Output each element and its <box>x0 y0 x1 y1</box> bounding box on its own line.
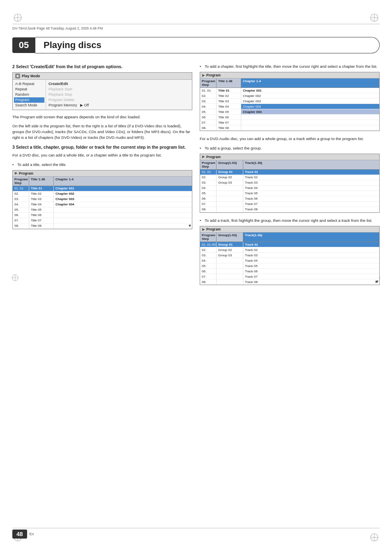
prog-cell: 07. <box>200 120 217 125</box>
prog-cell: Title 08 <box>29 223 54 228</box>
prog-cell: Title 08 <box>217 125 241 130</box>
table-row: 06. Track 06 <box>200 196 379 202</box>
prog-cell: Title 02 <box>29 191 54 196</box>
prog-cell: Group 03 <box>217 253 243 258</box>
prog-cell: Chapter 001 <box>54 186 192 191</box>
prog-cell <box>241 125 379 130</box>
prog-cell <box>217 279 243 284</box>
chapter-header: 05 Playing discs <box>12 37 380 53</box>
col-header-title1: Title 1-38 <box>29 177 54 186</box>
prog-cell: 01. 01 <box>200 88 217 93</box>
prog-cell <box>217 258 243 263</box>
prog-cell: Chapter 002 <box>241 93 379 98</box>
prog-cell: 05. <box>13 207 29 212</box>
prog-cell: Chapter 003 <box>241 99 379 104</box>
play-mode-box: ▶ Play Mode A-B Repeat Repeat Random Pro… <box>12 72 192 110</box>
table-row: 04. Title 04 Chapter 004 <box>13 202 192 207</box>
prog-cell: 05. <box>200 109 217 114</box>
prog-cell: 08. <box>200 207 217 212</box>
main-content: 2 Select 'Create/Edit' from the list of … <box>12 64 380 288</box>
prog-table2-label: Program <box>206 73 221 77</box>
prog-table3-label: Program <box>206 155 221 159</box>
right-column: To add a chapter, first highlight the ti… <box>200 64 380 288</box>
col-header-step4: Program Step <box>200 233 217 242</box>
pm-row-random: Random <box>15 92 43 97</box>
prog-cell: 05. <box>200 263 217 268</box>
prog-table4-label: Program <box>206 227 221 231</box>
prog-table4-icon: ▶ <box>202 228 205 231</box>
table-row: 07. Title 07 <box>200 120 379 125</box>
prog-cell <box>54 223 192 228</box>
col-header-track3: Track(1-36) <box>243 160 379 169</box>
prog-cell: 04. <box>200 186 217 191</box>
corner-mark-tr <box>370 13 379 22</box>
col-header-track4: Track(1-36) <box>243 233 379 242</box>
table-row: 03. Group 03 Track 03 <box>200 253 379 258</box>
table-row: 06. Track 06 <box>200 269 379 274</box>
prog-cell <box>54 218 192 223</box>
prog-cell: 06. <box>200 269 217 274</box>
table-row: 08. Title 08 <box>13 223 192 229</box>
bullet-group: To add a group, select the group. <box>200 145 380 151</box>
prog-cell: Track 07 <box>243 202 379 207</box>
prog-cell: 03. <box>13 197 29 202</box>
prog-cell: Title 04 <box>217 104 241 109</box>
prog-cell <box>217 191 243 196</box>
prog-cell: 08. <box>13 223 29 228</box>
prog-cell: Title 07 <box>217 120 241 125</box>
prog-cell: Track 06 <box>243 269 379 274</box>
prog-cell <box>217 263 243 268</box>
prog-cell: Title 01 <box>29 186 54 191</box>
table-row: 04. Track 04 <box>200 186 379 191</box>
prog-cell: Chapter 004 <box>241 109 379 114</box>
prog-table1-rows: 01. 01 Title 01 Chapter 001 02. Title 02… <box>13 186 192 229</box>
col-header-group4: Group(1-03) <box>217 233 243 242</box>
table-row: 05. Title 05 <box>13 207 192 213</box>
pm-row-search: Search Mode <box>15 103 43 108</box>
prog-cell: Track 05 <box>243 263 379 268</box>
prog-table2-title: ▶ Program <box>200 72 379 78</box>
prog-table3-rows: 01. 01 Group 01 Track 01 02. Group 02 Tr… <box>200 170 379 212</box>
table-row: 01. 01 Group 01 Track 01 <box>200 170 379 175</box>
chapter-title: Playing discs <box>35 37 380 53</box>
prog-cell: 04. <box>200 258 217 263</box>
prog-cell: Title 03 <box>29 197 54 202</box>
pm-row-program: Program <box>14 97 44 103</box>
prog-cell: Title 05 <box>29 207 54 212</box>
prog-cell: 07. <box>13 218 29 223</box>
corner-mark-tl <box>13 13 22 22</box>
prog-cell <box>217 274 243 279</box>
prog-cell: Track 02 <box>243 175 379 180</box>
prog-cell: Title 01 <box>217 88 241 93</box>
play-mode-icon: ▶ <box>15 74 20 78</box>
prog-cell: 03. <box>200 180 217 185</box>
prog-cell <box>217 196 243 201</box>
prog-cell: 06. <box>200 196 217 201</box>
prog-cell: Group 02 <box>217 247 243 252</box>
section2-heading: 2 Select 'Create/Edit' from the list of … <box>12 64 192 70</box>
prog-cell: Track 06 <box>243 196 379 201</box>
program-table-2: ▶ Program Program Step Title 1-38 Chapte… <box>200 72 380 131</box>
prog-cell: Track 03 <box>243 253 379 258</box>
body-dvd-audio: For a DVD-Audio disc, you can add a whol… <box>200 136 380 142</box>
table-row: 08. Title 08 <box>200 125 379 131</box>
prog-cell: Title 07 <box>29 218 54 223</box>
table-row: 06. Title 06 <box>13 213 192 218</box>
prog-cell: 08. <box>200 125 217 130</box>
page-number: 48 <box>12 530 27 539</box>
table-row: 02. Title 02 Chapter 002 <box>13 191 192 197</box>
body-text-2: On the left side is the program list, th… <box>12 123 192 141</box>
table-row: 08. Track 08 <box>200 279 379 285</box>
prog-cell: 04. <box>13 202 29 207</box>
chapter-number: 05 <box>12 37 35 53</box>
play-mode-left: A-B Repeat Repeat Random Program Search … <box>13 80 46 110</box>
pm-right-pbstop: Playback Stop <box>48 92 189 97</box>
left-column: 2 Select 'Create/Edit' from the list of … <box>12 64 192 288</box>
prog-cell: 02. <box>200 93 217 98</box>
table-row: 01. 01-003 Group 01 Track 01 <box>200 242 379 247</box>
prog-cell: 01. 01 <box>13 186 29 191</box>
prog-cell <box>241 120 379 125</box>
prog-cell: 01. 01 <box>200 170 217 175</box>
table-row: 03. Title 03 Chapter 003 <box>13 197 192 202</box>
prog-table2-icon: ▶ <box>202 74 205 77</box>
